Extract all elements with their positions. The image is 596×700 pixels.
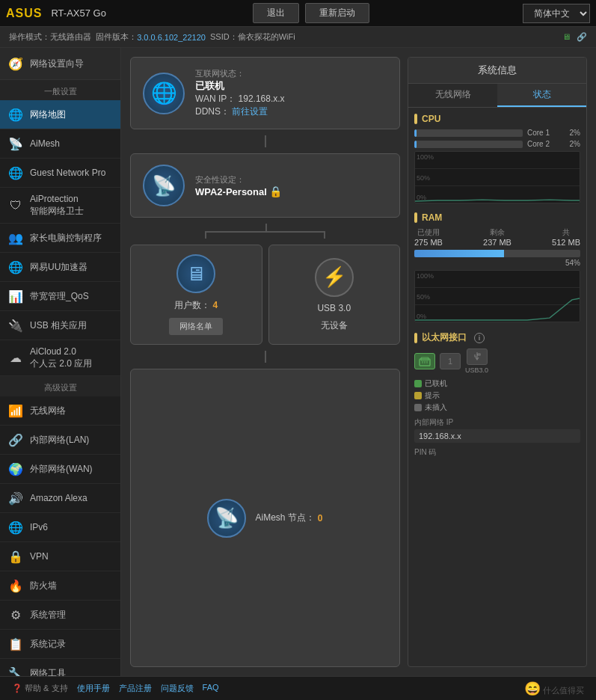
section-advanced-label: 高级设置 [0, 376, 120, 396]
sidebar-item-ipv6[interactable]: 🌐 IPv6 [0, 513, 120, 542]
sidebar-item-label: IPv6 [30, 522, 48, 532]
sidebar-item-wireless[interactable]: 📶 无线网络 [0, 396, 120, 426]
section-general-label: 一般设置 [0, 80, 120, 100]
sidebar-item-system-admin[interactable]: ⚙ 系统管理 [0, 601, 120, 630]
legend-dot-green [414, 380, 422, 387]
cpu-core2-pct: 2% [562, 140, 580, 148]
sidebar-item-label: Guest Network Pro [30, 168, 105, 178]
cpu-core2-row: Core 2 2% [414, 140, 580, 148]
sidebar-item-wan[interactable]: 🌍 外部网络(WAN) [0, 455, 120, 484]
feedback-link[interactable]: 问题反馈 [161, 683, 194, 694]
register-link[interactable]: 产品注册 [119, 683, 152, 694]
ethernet-info-icon[interactable]: i [474, 333, 485, 343]
logout-button[interactable]: 退出 [253, 3, 299, 23]
faq-link[interactable]: FAQ [203, 683, 219, 694]
sidebar-item-network-tools[interactable]: 🔧 网络工具 [0, 659, 120, 676]
system-log-icon: 📋 [7, 636, 24, 652]
reboot-button[interactable]: 重新启动 [305, 3, 369, 23]
ip-section: 内部网络 IP 192.168.x.x [414, 417, 580, 443]
ddns-link[interactable]: 前往设置 [232, 106, 268, 117]
ram-stats: 已使用 275 MB 剩余 237 MB 共 512 MB [414, 227, 580, 247]
cpu-chart: 100% 50% 0% [414, 151, 580, 203]
legend-connected: 已联机 [414, 378, 580, 389]
mode-label: 操作模式：无线路由器 [9, 31, 91, 43]
ram-chart: 100% 50% 0% [414, 270, 580, 322]
internet-card: 🌐 互联网状态： 已联机 WAN IP： 192.168.x.x DDNS： 前… [130, 57, 400, 129]
top-bar: ASUS RT-AX57 Go 退出 重新启动 简体中文 [0, 0, 596, 27]
ethernet-title: 以太网接口 i [414, 331, 580, 344]
ram-total-label: 共 [552, 227, 580, 238]
legend-row: 已联机 提示 未插入 [414, 378, 580, 413]
cpu-core2-bar-fill [414, 141, 417, 148]
firmware-version: 3.0.0.6.102_22120 [137, 33, 206, 42]
cpu-core2-bar-bg [414, 141, 523, 148]
sidebar-item-amazon-alexa[interactable]: 🔊 Amazon Alexa [0, 484, 120, 513]
uu-icon: 🌐 [7, 259, 24, 275]
help-label[interactable]: ❓ 帮助 & 支持 [12, 683, 68, 694]
ram-bar-bg [414, 250, 580, 257]
sidebar-item-aimesh[interactable]: 📡 AiMesh [0, 129, 120, 159]
cpu-core2-label: Core 2 [527, 140, 557, 148]
sidebar-item-label: 无线网络 [30, 405, 66, 417]
sidebar-item-label: Amazon Alexa [30, 493, 87, 503]
eth-port-lan1: 1 [440, 353, 461, 369]
ram-bar-fill [414, 250, 504, 257]
firmware-label: 固件版本： [96, 31, 137, 43]
sidebar-item-label: VPN [30, 551, 49, 562]
ram-total-val: 512 MB [552, 238, 580, 247]
sidebar-item-bandwidth-qos[interactable]: 📊 带宽管理_QoS [0, 282, 120, 311]
system-panel: 系统信息 无线网络 状态 CPU Core 1 2% [408, 57, 587, 667]
sidebar-item-aicloud[interactable]: ☁ AiCloud 2.0个人云 2.0 应用 [0, 340, 120, 376]
sidebar-item-usb-apps[interactable]: 🔌 USB 相关应用 [0, 311, 120, 340]
sidebar-item-guest-network[interactable]: 🌐 Guest Network Pro [0, 159, 120, 188]
system-admin-icon: ⚙ [7, 607, 24, 623]
ram-used-label: 已使用 [414, 227, 443, 238]
eth-icons-row: 1 USB3.0 [414, 349, 580, 374]
sidebar-item-firewall[interactable]: 🔥 防火墙 [0, 571, 120, 601]
sidebar-item-system-log[interactable]: 📋 系统记录 [0, 630, 120, 659]
sidebar-item-network-map[interactable]: 🌐 网络地图 [0, 100, 120, 129]
tab-wireless[interactable]: 无线网络 [408, 84, 497, 107]
language-select[interactable]: 简体中文 [523, 4, 590, 23]
router-icon: 📡 [143, 165, 185, 206]
sidebar-item-label: 内部网络(LAN) [30, 434, 89, 446]
aimesh-card: 📡 AiMesh 节点： 0 [130, 369, 400, 667]
ram-section: RAM 已使用 275 MB 剩余 237 MB 共 512 MB [414, 212, 580, 322]
sidebar-item-uu-booster[interactable]: 🌐 网易UU加速器 [0, 253, 120, 282]
sidebar-item-aiprotection[interactable]: 🛡 AiProtection智能网络卫士 [0, 188, 120, 224]
wan-ip-row: WAN IP： 192.168.x.x [195, 93, 387, 105]
network-tools-icon: 🔧 [7, 665, 24, 676]
tab-status[interactable]: 状态 [497, 84, 586, 107]
clients-list-button[interactable]: 网络名单 [169, 318, 223, 335]
ram-pct: 54% [414, 259, 580, 267]
status-icon-link: 🔗 [577, 32, 587, 42]
setup-wizard-btn[interactable]: 🧭 网络设置向导 [0, 48, 120, 80]
manual-link[interactable]: 使用手册 [77, 683, 110, 694]
system-panel-title: 系统信息 [408, 58, 586, 84]
eth-port-usb [467, 349, 488, 365]
internet-status-label: 互联网状态： [195, 68, 387, 79]
ram-used-val: 275 MB [414, 238, 443, 247]
ram-free-val: 237 MB [483, 238, 511, 247]
ssid-value: 偷衣探花的WiFi [238, 31, 295, 43]
sidebar-item-label: 系统管理 [30, 609, 66, 621]
usb-label: USB 3.0 [317, 303, 351, 313]
aimesh-label: AiMesh 节点： [255, 512, 314, 524]
sidebar-item-parental[interactable]: 👥 家长电脑控制程序 [0, 224, 120, 253]
ram-total-stat: 共 512 MB [552, 227, 580, 247]
cpu-core1-bar-fill [414, 129, 417, 137]
cpu-core1-row: Core 1 2% [414, 129, 580, 137]
sidebar-item-vpn[interactable]: 🔒 VPN [0, 542, 120, 571]
status-bar: 操作模式：无线路由器 固件版本： 3.0.0.6.102_22120 SSID：… [0, 27, 596, 48]
sidebar-item-label: 防火墙 [30, 580, 57, 592]
ip-value: 192.168.x.x [414, 429, 580, 443]
connector-2 [265, 351, 266, 363]
wan-ip-value: 192.168.x.x [239, 93, 285, 104]
tree-left-line [205, 231, 206, 239]
aimesh-count: 0 [318, 513, 323, 524]
ram-title: RAM [414, 212, 580, 223]
sidebar-item-lan[interactable]: 🔗 内部网络(LAN) [0, 426, 120, 455]
security-card: 📡 安全性设定： WPA2-Personal 🔒 [130, 153, 400, 218]
ipv6-icon: 🌐 [7, 519, 24, 535]
network-map-section: 🌐 互联网状态： 已联机 WAN IP： 192.168.x.x DDNS： 前… [130, 57, 400, 667]
